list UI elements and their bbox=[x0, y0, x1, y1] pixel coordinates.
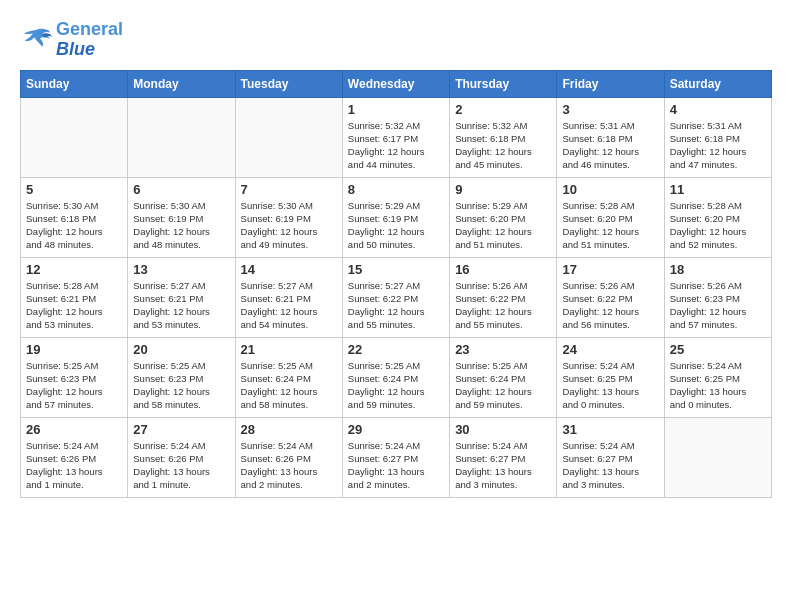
page-header: General Blue bbox=[20, 20, 772, 60]
calendar-table: SundayMondayTuesdayWednesdayThursdayFrid… bbox=[20, 70, 772, 498]
day-number: 1 bbox=[348, 102, 444, 117]
cell-content: Sunrise: 5:26 AMSunset: 6:23 PMDaylight:… bbox=[670, 279, 766, 332]
cell-content: Sunrise: 5:24 AMSunset: 6:27 PMDaylight:… bbox=[455, 439, 551, 492]
cell-content: Sunrise: 5:24 AMSunset: 6:27 PMDaylight:… bbox=[562, 439, 658, 492]
cell-content: Sunrise: 5:24 AMSunset: 6:26 PMDaylight:… bbox=[241, 439, 337, 492]
cell-content: Sunrise: 5:30 AMSunset: 6:18 PMDaylight:… bbox=[26, 199, 122, 252]
day-number: 30 bbox=[455, 422, 551, 437]
day-header-thursday: Thursday bbox=[450, 70, 557, 97]
day-number: 23 bbox=[455, 342, 551, 357]
calendar-week-1: 1Sunrise: 5:32 AMSunset: 6:17 PMDaylight… bbox=[21, 97, 772, 177]
day-number: 18 bbox=[670, 262, 766, 277]
day-number: 10 bbox=[562, 182, 658, 197]
calendar-body: 1Sunrise: 5:32 AMSunset: 6:17 PMDaylight… bbox=[21, 97, 772, 497]
day-number: 25 bbox=[670, 342, 766, 357]
cell-content: Sunrise: 5:30 AMSunset: 6:19 PMDaylight:… bbox=[133, 199, 229, 252]
day-number: 4 bbox=[670, 102, 766, 117]
calendar-cell bbox=[235, 97, 342, 177]
cell-content: Sunrise: 5:32 AMSunset: 6:17 PMDaylight:… bbox=[348, 119, 444, 172]
calendar-cell: 6Sunrise: 5:30 AMSunset: 6:19 PMDaylight… bbox=[128, 177, 235, 257]
day-number: 19 bbox=[26, 342, 122, 357]
calendar-cell: 5Sunrise: 5:30 AMSunset: 6:18 PMDaylight… bbox=[21, 177, 128, 257]
day-header-sunday: Sunday bbox=[21, 70, 128, 97]
cell-content: Sunrise: 5:24 AMSunset: 6:25 PMDaylight:… bbox=[670, 359, 766, 412]
calendar-cell: 14Sunrise: 5:27 AMSunset: 6:21 PMDayligh… bbox=[235, 257, 342, 337]
day-number: 9 bbox=[455, 182, 551, 197]
calendar-cell bbox=[21, 97, 128, 177]
calendar-cell: 27Sunrise: 5:24 AMSunset: 6:26 PMDayligh… bbox=[128, 417, 235, 497]
calendar-cell: 15Sunrise: 5:27 AMSunset: 6:22 PMDayligh… bbox=[342, 257, 449, 337]
calendar-cell: 1Sunrise: 5:32 AMSunset: 6:17 PMDaylight… bbox=[342, 97, 449, 177]
cell-content: Sunrise: 5:28 AMSunset: 6:20 PMDaylight:… bbox=[670, 199, 766, 252]
calendar-cell: 25Sunrise: 5:24 AMSunset: 6:25 PMDayligh… bbox=[664, 337, 771, 417]
logo: General Blue bbox=[20, 20, 123, 60]
calendar-week-5: 26Sunrise: 5:24 AMSunset: 6:26 PMDayligh… bbox=[21, 417, 772, 497]
calendar-week-4: 19Sunrise: 5:25 AMSunset: 6:23 PMDayligh… bbox=[21, 337, 772, 417]
cell-content: Sunrise: 5:31 AMSunset: 6:18 PMDaylight:… bbox=[562, 119, 658, 172]
day-number: 17 bbox=[562, 262, 658, 277]
calendar-week-3: 12Sunrise: 5:28 AMSunset: 6:21 PMDayligh… bbox=[21, 257, 772, 337]
cell-content: Sunrise: 5:27 AMSunset: 6:22 PMDaylight:… bbox=[348, 279, 444, 332]
cell-content: Sunrise: 5:26 AMSunset: 6:22 PMDaylight:… bbox=[562, 279, 658, 332]
cell-content: Sunrise: 5:25 AMSunset: 6:23 PMDaylight:… bbox=[133, 359, 229, 412]
day-number: 13 bbox=[133, 262, 229, 277]
cell-content: Sunrise: 5:24 AMSunset: 6:26 PMDaylight:… bbox=[26, 439, 122, 492]
cell-content: Sunrise: 5:32 AMSunset: 6:18 PMDaylight:… bbox=[455, 119, 551, 172]
day-number: 2 bbox=[455, 102, 551, 117]
calendar-cell: 20Sunrise: 5:25 AMSunset: 6:23 PMDayligh… bbox=[128, 337, 235, 417]
day-number: 5 bbox=[26, 182, 122, 197]
day-number: 22 bbox=[348, 342, 444, 357]
cell-content: Sunrise: 5:26 AMSunset: 6:22 PMDaylight:… bbox=[455, 279, 551, 332]
day-number: 3 bbox=[562, 102, 658, 117]
calendar-header: SundayMondayTuesdayWednesdayThursdayFrid… bbox=[21, 70, 772, 97]
calendar-cell: 19Sunrise: 5:25 AMSunset: 6:23 PMDayligh… bbox=[21, 337, 128, 417]
day-number: 12 bbox=[26, 262, 122, 277]
cell-content: Sunrise: 5:28 AMSunset: 6:21 PMDaylight:… bbox=[26, 279, 122, 332]
day-number: 14 bbox=[241, 262, 337, 277]
calendar-cell: 12Sunrise: 5:28 AMSunset: 6:21 PMDayligh… bbox=[21, 257, 128, 337]
calendar-week-2: 5Sunrise: 5:30 AMSunset: 6:18 PMDaylight… bbox=[21, 177, 772, 257]
calendar-cell: 2Sunrise: 5:32 AMSunset: 6:18 PMDaylight… bbox=[450, 97, 557, 177]
day-number: 15 bbox=[348, 262, 444, 277]
calendar-cell: 7Sunrise: 5:30 AMSunset: 6:19 PMDaylight… bbox=[235, 177, 342, 257]
cell-content: Sunrise: 5:25 AMSunset: 6:24 PMDaylight:… bbox=[241, 359, 337, 412]
cell-content: Sunrise: 5:24 AMSunset: 6:25 PMDaylight:… bbox=[562, 359, 658, 412]
day-number: 8 bbox=[348, 182, 444, 197]
header-row: SundayMondayTuesdayWednesdayThursdayFrid… bbox=[21, 70, 772, 97]
calendar-cell: 13Sunrise: 5:27 AMSunset: 6:21 PMDayligh… bbox=[128, 257, 235, 337]
calendar-cell bbox=[128, 97, 235, 177]
cell-content: Sunrise: 5:28 AMSunset: 6:20 PMDaylight:… bbox=[562, 199, 658, 252]
day-header-tuesday: Tuesday bbox=[235, 70, 342, 97]
day-number: 7 bbox=[241, 182, 337, 197]
calendar-cell: 26Sunrise: 5:24 AMSunset: 6:26 PMDayligh… bbox=[21, 417, 128, 497]
day-number: 16 bbox=[455, 262, 551, 277]
day-number: 29 bbox=[348, 422, 444, 437]
calendar-cell: 16Sunrise: 5:26 AMSunset: 6:22 PMDayligh… bbox=[450, 257, 557, 337]
calendar-cell: 8Sunrise: 5:29 AMSunset: 6:19 PMDaylight… bbox=[342, 177, 449, 257]
cell-content: Sunrise: 5:29 AMSunset: 6:20 PMDaylight:… bbox=[455, 199, 551, 252]
day-number: 27 bbox=[133, 422, 229, 437]
calendar-cell: 3Sunrise: 5:31 AMSunset: 6:18 PMDaylight… bbox=[557, 97, 664, 177]
day-number: 21 bbox=[241, 342, 337, 357]
calendar-cell: 29Sunrise: 5:24 AMSunset: 6:27 PMDayligh… bbox=[342, 417, 449, 497]
calendar-cell: 31Sunrise: 5:24 AMSunset: 6:27 PMDayligh… bbox=[557, 417, 664, 497]
day-number: 31 bbox=[562, 422, 658, 437]
cell-content: Sunrise: 5:27 AMSunset: 6:21 PMDaylight:… bbox=[241, 279, 337, 332]
cell-content: Sunrise: 5:25 AMSunset: 6:24 PMDaylight:… bbox=[348, 359, 444, 412]
calendar-cell: 18Sunrise: 5:26 AMSunset: 6:23 PMDayligh… bbox=[664, 257, 771, 337]
day-number: 28 bbox=[241, 422, 337, 437]
day-number: 11 bbox=[670, 182, 766, 197]
cell-content: Sunrise: 5:24 AMSunset: 6:26 PMDaylight:… bbox=[133, 439, 229, 492]
day-number: 6 bbox=[133, 182, 229, 197]
cell-content: Sunrise: 5:25 AMSunset: 6:23 PMDaylight:… bbox=[26, 359, 122, 412]
day-number: 24 bbox=[562, 342, 658, 357]
cell-content: Sunrise: 5:31 AMSunset: 6:18 PMDaylight:… bbox=[670, 119, 766, 172]
day-header-monday: Monday bbox=[128, 70, 235, 97]
logo-icon bbox=[20, 26, 52, 54]
logo-text: General Blue bbox=[56, 20, 123, 60]
calendar-cell: 28Sunrise: 5:24 AMSunset: 6:26 PMDayligh… bbox=[235, 417, 342, 497]
cell-content: Sunrise: 5:30 AMSunset: 6:19 PMDaylight:… bbox=[241, 199, 337, 252]
day-header-friday: Friday bbox=[557, 70, 664, 97]
calendar-cell: 9Sunrise: 5:29 AMSunset: 6:20 PMDaylight… bbox=[450, 177, 557, 257]
day-number: 20 bbox=[133, 342, 229, 357]
